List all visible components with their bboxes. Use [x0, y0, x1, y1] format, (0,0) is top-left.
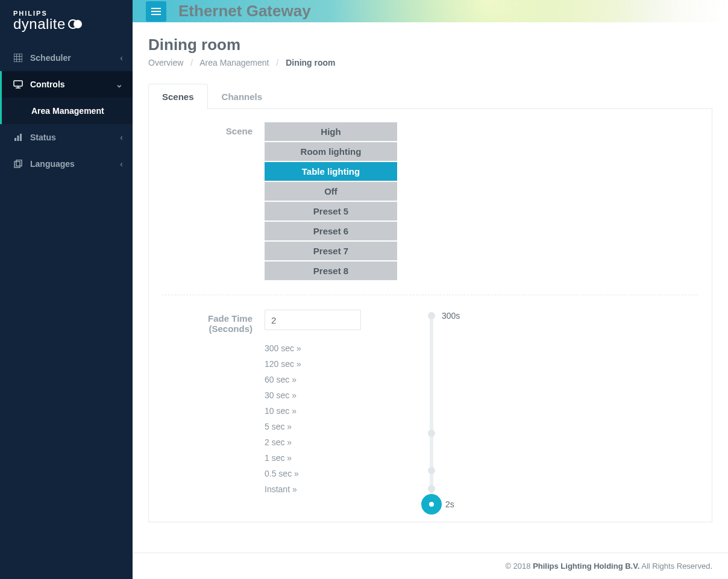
sidebar-item-label: Languages — [30, 159, 75, 169]
fade-quick-link[interactable]: 300 sec » — [265, 343, 361, 353]
fade-quick-link[interactable]: 60 sec » — [265, 375, 361, 384]
scene-button[interactable]: Preset 5 — [265, 202, 397, 221]
svg-rect-11 — [17, 136, 19, 141]
fade-quick-links: 300 sec »120 sec »60 sec »30 sec »10 sec… — [265, 343, 361, 494]
hamburger-icon — [151, 7, 161, 16]
breadcrumb: Overview / Area Management / Dining room — [148, 58, 712, 67]
chevron-left-icon: ‹ — [120, 159, 123, 169]
chevron-left-icon: ‹ — [120, 133, 123, 142]
sidebar-item-label: Scheduler — [30, 53, 71, 63]
fade-section: Fade Time (Seconds) 300 sec »120 sec »60… — [162, 310, 698, 509]
sidebar: PHILIPS dynalite Scheduler ‹ Controls ⌄ … — [0, 0, 133, 579]
chevron-left-icon: ‹ — [120, 53, 123, 63]
topbar: Ethernet Gateway — [133, 0, 728, 22]
brand-logo-icon — [68, 19, 83, 30]
app-title: Ethernet Gateway — [178, 2, 311, 20]
slider-handle[interactable] — [421, 494, 442, 515]
svg-rect-7 — [14, 81, 22, 86]
slider-tick — [428, 430, 435, 437]
sidebar-nav: Scheduler ‹ Controls ⌄ Area Management S… — [0, 45, 133, 177]
tab-scenes[interactable]: Scenes — [148, 84, 208, 109]
chevron-down-icon: ⌄ — [116, 80, 123, 89]
scene-button-group: HighRoom lightingTable lightingOffPreset… — [265, 122, 397, 280]
tab-channels[interactable]: Channels — [208, 84, 277, 109]
scene-section: Scene HighRoom lightingTable lightingOff… — [162, 122, 698, 295]
scene-button[interactable]: Preset 7 — [265, 242, 397, 260]
sidebar-item-label: Controls — [30, 80, 65, 89]
slider-top-label: 300s — [442, 311, 460, 321]
sidebar-item-area-management[interactable]: Area Management — [0, 98, 133, 124]
scene-button[interactable]: Table lighting — [265, 162, 397, 181]
bar-chart-icon — [13, 133, 23, 142]
fade-quick-link[interactable]: 120 sec » — [265, 359, 361, 369]
divider — [162, 295, 698, 295]
svg-rect-13 — [14, 161, 20, 167]
monitor-icon — [13, 80, 23, 89]
breadcrumb-area-management[interactable]: Area Management — [199, 58, 269, 67]
fade-quick-link[interactable]: 10 sec » — [265, 406, 361, 416]
footer: © 2018 Philips Lighting Holding B.V. All… — [133, 552, 728, 579]
panel-scenes: Scene HighRoom lightingTable lightingOff… — [148, 109, 712, 522]
svg-rect-10 — [14, 138, 16, 141]
breadcrumb-current: Dining room — [286, 58, 335, 67]
sidebar-item-scheduler[interactable]: Scheduler ‹ — [0, 45, 133, 71]
grid-icon — [13, 54, 23, 62]
scene-button[interactable]: Off — [265, 182, 397, 201]
tabs: Scenes Channels — [148, 83, 712, 109]
scene-label: Scene — [162, 122, 253, 280]
content: Dining room Overview / Area Management /… — [133, 22, 728, 552]
breadcrumb-overview[interactable]: Overview — [148, 58, 183, 67]
slider-handle-label: 2s — [445, 499, 454, 509]
svg-rect-12 — [20, 134, 22, 141]
svg-rect-2 — [14, 54, 22, 62]
footer-company: Philips Lighting Holding B.V. — [533, 562, 639, 571]
sidebar-item-controls[interactable]: Controls ⌄ Area Management — [0, 71, 133, 124]
scene-button[interactable]: High — [265, 122, 397, 141]
scene-button[interactable]: Preset 6 — [265, 222, 397, 240]
sidebar-item-status[interactable]: Status ‹ — [0, 124, 133, 151]
fade-label: Fade Time (Seconds) — [162, 310, 253, 334]
sidebar-item-label: Area Management — [31, 106, 104, 116]
sidebar-item-languages[interactable]: Languages ‹ — [0, 151, 133, 177]
copy-icon — [13, 160, 23, 168]
scene-button[interactable]: Room lighting — [265, 142, 397, 161]
brand-line2: dynalite — [13, 16, 119, 33]
fade-quick-link[interactable]: 0.5 sec » — [265, 469, 361, 478]
slider-tick — [428, 312, 435, 319]
sidebar-item-label: Status — [30, 133, 56, 142]
sidebar-subnav-controls: Area Management — [0, 98, 133, 124]
slider-tick — [428, 467, 435, 474]
fade-quick-link[interactable]: 1 sec » — [265, 453, 361, 463]
fade-quick-link[interactable]: 30 sec » — [265, 390, 361, 400]
fade-quick-link[interactable]: Instant » — [265, 484, 361, 494]
page-title: Dining room — [148, 36, 712, 54]
main: Ethernet Gateway Dining room Overview / … — [133, 0, 728, 579]
slider-tick — [428, 485, 435, 492]
scene-button[interactable]: Preset 8 — [265, 261, 397, 280]
fade-slider[interactable]: 300s 2s — [421, 310, 457, 509]
fade-time-input[interactable] — [265, 310, 361, 330]
fade-quick-link[interactable]: 2 sec » — [265, 437, 361, 447]
fade-quick-link[interactable]: 5 sec » — [265, 422, 361, 431]
menu-toggle-button[interactable] — [146, 1, 166, 22]
svg-rect-14 — [16, 160, 22, 166]
brand: PHILIPS dynalite — [0, 0, 133, 45]
svg-point-1 — [74, 20, 82, 28]
